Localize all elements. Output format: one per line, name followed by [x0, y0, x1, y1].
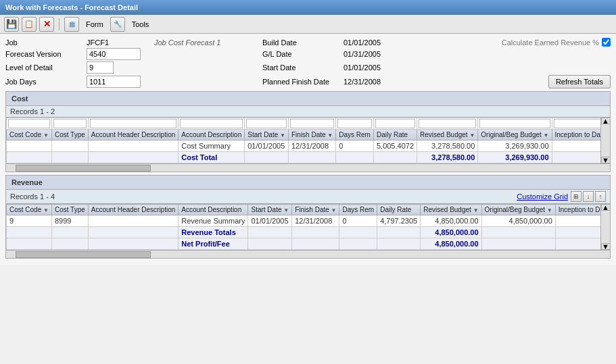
net-start: [248, 238, 292, 250]
days-rem-filter[interactable]: [337, 119, 372, 128]
row1-cost-type: [51, 140, 88, 152]
rev-acct-desc-col[interactable]: Account Description: [179, 205, 248, 215]
rev-daily-rate-col[interactable]: Daily Rate: [377, 205, 421, 215]
filter-daily-rate: [373, 118, 417, 130]
copy-icon: 📋: [24, 20, 34, 28]
rev-scroll-down-btn[interactable]: ▼: [601, 243, 611, 250]
tools-label: Tools: [132, 20, 149, 28]
rev-total1-finish: [292, 227, 339, 238]
form-icon-button[interactable]: ▦: [64, 17, 79, 32]
toolbar: 💾 📋 ✕ ▦ Form 🔧 Tools: [0, 15, 616, 34]
save-button[interactable]: 💾: [4, 17, 19, 32]
rev-data-row-1[interactable]: 9 8999 Revenue Summary 01/01/2005 12/31/…: [7, 215, 601, 227]
job-days-label: Job Days: [5, 78, 87, 86]
cost-table: Cost Code ▼ Cost Type Account Header Des…: [6, 118, 600, 163]
grid-btn-1[interactable]: ⊞: [571, 191, 582, 202]
rev-total1-days: [339, 227, 377, 238]
acct-desc-filter[interactable]: [180, 119, 243, 128]
start-date-col[interactable]: Start Date ▼: [245, 130, 289, 140]
filter-days-rem: [336, 118, 374, 130]
cost-code-filter[interactable]: [8, 119, 50, 128]
rev-row1-acct-desc: Revenue Summary: [179, 215, 248, 227]
rev-total1-type: [51, 227, 88, 238]
cost-records-bar: Records 1 - 2: [6, 106, 610, 118]
orig-beg-budget-col[interactable]: Original/Beg Budget ▼: [478, 130, 552, 140]
rev-cost-type-col[interactable]: Cost Type: [51, 205, 88, 215]
acct-header-desc-col[interactable]: Account Header Description: [88, 130, 179, 140]
daily-rate-filter[interactable]: [375, 119, 415, 128]
rev-start-date-col[interactable]: Start Date ▼: [248, 205, 292, 215]
rev-vertical-scrollbar[interactable]: ▲ ▼: [600, 204, 610, 250]
net-revised: 4,850,000.00: [421, 238, 481, 250]
rev-total1-desc: Revenue Totals: [179, 227, 248, 238]
cost-data-row[interactable]: Cost Summary 01/01/2005 12/31/2008 0 5,0…: [7, 140, 601, 152]
rev-row1-cost-code: 9: [7, 215, 52, 227]
rev-totals-row[interactable]: Revenue Totals 4,850,000.00: [7, 227, 601, 238]
cost-scroll-thumb[interactable]: [16, 165, 151, 172]
planned-finish-date-value: 12/31/2008: [343, 78, 425, 86]
gl-date-value: 01/31/2005: [343, 50, 425, 58]
acct-header-filter[interactable]: [90, 119, 177, 128]
rev-finish-date-col[interactable]: Finish Date ▼: [292, 205, 339, 215]
grid-btn-3[interactable]: ↑: [595, 191, 606, 202]
job-days-input[interactable]: [87, 76, 141, 88]
grid-btn-2[interactable]: ↓: [583, 191, 594, 202]
daily-rate-col[interactable]: Daily Rate: [373, 130, 417, 140]
revised-budget-col[interactable]: Revised Budget ▼: [417, 130, 478, 140]
rev-scroll-up-btn[interactable]: ▲: [601, 204, 611, 211]
tools-button[interactable]: Tools: [128, 19, 153, 30]
planned-finish-date-label: Planned Finish Date: [262, 78, 343, 86]
net-code: [7, 238, 52, 250]
cost-type-filter[interactable]: [53, 119, 87, 128]
rev-horizontal-scrollbar[interactable]: [6, 250, 610, 258]
orig-budget-filter[interactable]: [479, 119, 550, 128]
rev-orig-budget-col[interactable]: Original/Beg Budget ▼: [481, 205, 555, 215]
inception-filter[interactable]: [554, 119, 600, 128]
revised-budget-filter[interactable]: [419, 119, 476, 128]
rev-row1-start: 01/01/2005: [248, 215, 292, 227]
title-bar: Work with Forecasts - Forecast Detail: [0, 0, 616, 15]
filter-cost-type: [51, 118, 88, 130]
days-rem-col[interactable]: Days Rem: [336, 130, 374, 140]
copy-button[interactable]: 📋: [22, 17, 37, 32]
rev-cost-code-col[interactable]: Cost Code ▼: [7, 205, 52, 215]
acct-desc-col[interactable]: Account Description: [179, 130, 245, 140]
rev-scroll-thumb[interactable]: [16, 251, 151, 258]
forecast-version-input[interactable]: [87, 48, 141, 60]
form-label: Form: [86, 20, 103, 28]
cost-horizontal-scrollbar[interactable]: [6, 163, 610, 172]
finish-date-col[interactable]: Finish Date ▼: [288, 130, 335, 140]
rev-row1-acct-header: [88, 215, 179, 227]
level-of-detail-input[interactable]: [87, 61, 114, 74]
row1-days-rem: 0: [336, 140, 374, 152]
scroll-down-btn[interactable]: ▼: [601, 157, 611, 163]
form-button[interactable]: Form: [82, 19, 108, 30]
refresh-totals-button[interactable]: Refresh Totals: [548, 75, 611, 88]
rev-revised-budget-col[interactable]: Revised Budget ▼: [421, 205, 481, 215]
delete-button[interactable]: ✕: [39, 17, 54, 32]
tools-icon-button[interactable]: 🔧: [110, 17, 125, 32]
rev-row1-revised: 4,850,000.00: [421, 215, 481, 227]
rev-inception-col[interactable]: Inception to Date: [555, 205, 600, 215]
finish-date-filter[interactable]: [290, 119, 334, 128]
rev-days-rem-col[interactable]: Days Rem: [339, 205, 377, 215]
cost-code-col[interactable]: Cost Code ▼: [7, 130, 52, 140]
total-cost-type: [51, 152, 88, 163]
customize-grid-link[interactable]: Customize Grid: [517, 192, 568, 201]
inception-to-date-col[interactable]: Inception to Date: [552, 130, 600, 140]
row1-start-date: 01/01/2005: [245, 140, 289, 152]
calc-earned-checkbox[interactable]: [602, 38, 611, 47]
total-days: [336, 152, 374, 163]
forecast-version-label: Forecast Version: [5, 50, 87, 58]
revenue-table-container: Cost Code ▼ Cost Type Account Header Des…: [6, 204, 600, 250]
scroll-up-btn[interactable]: ▲: [601, 118, 611, 124]
cost-vertical-scrollbar[interactable]: ▲ ▼: [600, 118, 610, 163]
net-profit-row[interactable]: Net Profit/Fee 4,850,000.00: [7, 238, 601, 250]
rev-acct-header-col[interactable]: Account Header Description: [88, 205, 179, 215]
start-date-filter[interactable]: [246, 119, 287, 128]
row1-orig-budget: 3,269,930.00: [478, 140, 552, 152]
cost-total-row[interactable]: Cost Total 3,278,580.00 3,269,930.00: [7, 152, 601, 163]
cost-type-col[interactable]: Cost Type: [51, 130, 88, 140]
revenue-section: Revenue Records 1 - 4 Customize Grid ⊞ ↓…: [5, 175, 611, 259]
gl-date-label: G/L Date: [262, 50, 343, 58]
